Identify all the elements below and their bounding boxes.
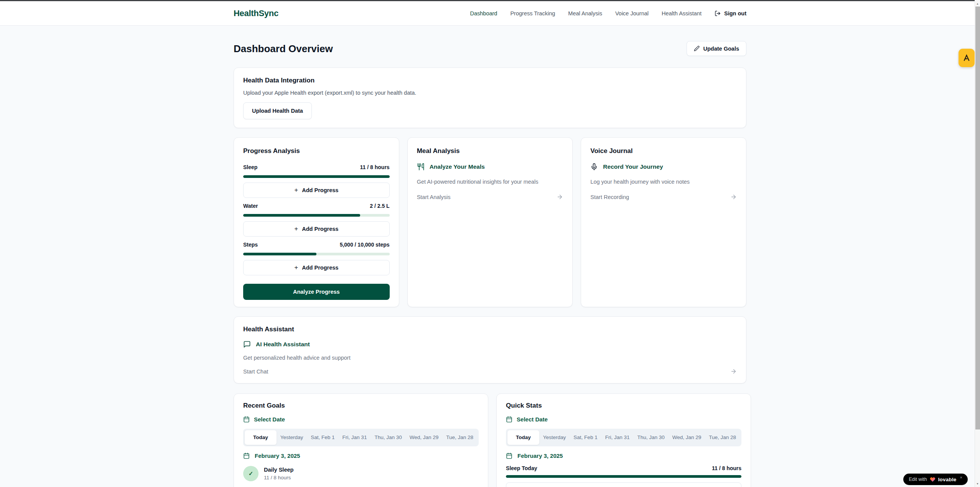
recent-goals-selected-date: February 3, 2025 [243,452,479,459]
selected-date-label: February 3, 2025 [255,452,300,459]
page-scrollbar[interactable]: ▲ ▼ [975,0,980,487]
plus-icon: + [294,186,298,194]
meal-analysis-card: Meal Analysis Analyze Your Meals Get AI-… [407,137,573,307]
date-tab-yesterday[interactable]: Yesterday [539,430,570,445]
date-tab-today[interactable]: Today [507,430,539,445]
start-recording-action[interactable]: Start Recording [590,194,737,200]
date-tab[interactable]: Thu, Jan 30 [371,430,405,445]
date-tab[interactable]: Sat, Feb 1 [570,430,601,445]
quick-stats-selected-date: February 3, 2025 [506,452,741,459]
sleep-add-progress-button[interactable]: + Add Progress [243,183,390,198]
voice-journal-card: Voice Journal Record Your Journey Log yo… [581,137,746,307]
quick-stats-date-tabs: Today Yesterday Sat, Feb 1 Fri, Jan 31 T… [506,429,741,446]
date-tab[interactable]: Wed, Jan 29 [669,430,705,445]
health-assistant-card: Health Assistant AI Health Assistant Get… [234,316,746,383]
meal-analysis-title: Meal Analysis [417,147,563,155]
date-tab[interactable]: Thu, Jan 30 [633,430,668,445]
analyze-your-meals-link[interactable]: Analyze Your Meals [417,163,563,171]
logout-icon [715,10,721,16]
recent-goals-title: Recent Goals [243,401,479,410]
signout-button[interactable]: Sign out [715,10,746,16]
voice-link-label: Record Your Journey [603,163,663,170]
start-analysis-label: Start Analysis [417,194,451,200]
brand-logo: HealthSync [234,8,278,18]
badge-brand: lovable [938,477,957,482]
select-date-label: Select Date [254,416,285,423]
health-data-description: Upload your Apple Health export (export.… [243,89,737,96]
arrow-right-icon [730,194,737,200]
start-chat-action[interactable]: Start Chat [243,368,737,375]
pencil-icon [694,46,700,51]
analyze-progress-button[interactable]: Analyze Progress [243,284,390,300]
calendar-icon [506,416,512,423]
calendar-icon [243,452,250,459]
voice-journal-title: Voice Journal [590,147,737,155]
scrollbar-up-arrow[interactable]: ▲ [975,1,980,6]
record-your-journey-link[interactable]: Record Your Journey [590,163,737,171]
arrow-right-icon [557,194,563,200]
water-add-progress-button[interactable]: + Add Progress [243,221,390,237]
nav-item-dashboard[interactable]: Dashboard [470,10,497,16]
calendar-icon [243,416,250,423]
nav-item-health-assistant[interactable]: Health Assistant [662,10,702,16]
date-tab[interactable]: Tue, Jan 28 [442,430,477,445]
nav-item-voice-journal[interactable]: Voice Journal [615,10,649,16]
nav-item-meal-analysis[interactable]: Meal Analysis [568,10,602,16]
date-tab-yesterday[interactable]: Yesterday [277,430,307,445]
add-progress-label: Add Progress [302,265,338,271]
start-analysis-action[interactable]: Start Analysis [417,194,563,200]
widget-logo-icon [962,54,971,62]
water-value: 2 / 2.5 L [370,202,389,209]
main-nav: Dashboard Progress Tracking Meal Analysi… [470,10,747,16]
date-tab-today[interactable]: Today [245,430,277,445]
start-recording-label: Start Recording [590,194,629,200]
sleep-value: 11 / 8 hours [360,164,390,171]
app-header: HealthSync Dashboard Progress Tracking M… [0,1,980,26]
edit-with-lovable-badge[interactable]: Edit with lovable × [903,474,968,485]
start-chat-label: Start Chat [243,369,268,375]
bottom-cards-row: Recent Goals Select Date Today Yesterday… [234,393,746,487]
progress-analysis-title: Progress Analysis [243,147,390,155]
calendar-icon [506,452,512,459]
page-title: Dashboard Overview [234,42,333,56]
stat-value: 11 / 8 hours [712,465,741,471]
date-tab[interactable]: Sat, Feb 1 [307,430,338,445]
date-tab[interactable]: Fri, Jan 31 [339,430,371,445]
sleep-today-stat: Sleep Today 11 / 8 hours [506,465,741,471]
scrollbar-down-arrow[interactable]: ▼ [975,481,980,486]
feature-cards-row: Progress Analysis Sleep 11 / 8 hours + A… [234,137,746,307]
steps-value: 5,000 / 10,000 steps [340,241,390,248]
sleep-label: Sleep [243,164,257,171]
quick-stats-select-date[interactable]: Select Date [506,416,741,423]
water-metric: Water 2 / 2.5 L + Add Progress [243,202,390,237]
add-progress-label: Add Progress [302,187,338,193]
nav-item-progress-tracking[interactable]: Progress Tracking [510,10,555,16]
recent-goals-select-date[interactable]: Select Date [243,416,479,423]
heart-icon [930,477,936,482]
plus-icon: + [294,264,298,271]
assistant-link-label: AI Health Assistant [256,341,310,348]
water-progress-bar [243,214,390,217]
date-tab[interactable]: Wed, Jan 29 [406,430,443,445]
update-goals-button[interactable]: Update Goals [687,41,746,56]
voice-description: Log your health journey with voice notes [590,178,737,185]
sleep-progress-bar [243,175,390,178]
scrollbar-thumb[interactable] [975,7,980,429]
sleep-today-progress-bar [506,475,741,478]
dashboard-main: Dashboard Overview Update Goals Health D… [234,26,746,487]
stat-label: Sleep Today [506,465,537,471]
date-tab[interactable]: Tue, Jan 28 [705,430,740,445]
meal-description: Get AI-powered nutritional insights for … [417,178,563,185]
steps-add-progress-button[interactable]: + Add Progress [243,260,390,275]
check-circle-icon: ✓ [243,466,259,481]
ai-health-assistant-link[interactable]: AI Health Assistant [243,341,737,348]
feedback-widget-button[interactable] [959,49,975,67]
quick-stats-card: Quick Stats Select Date Today Yesterday … [496,393,751,487]
signout-label: Sign out [724,10,746,16]
meal-link-label: Analyze Your Meals [430,163,485,170]
quick-stats-add-progress-button[interactable]: + Add Progress [506,482,741,487]
upload-health-data-button[interactable]: Upload Health Data [243,102,312,119]
steps-label: Steps [243,241,258,248]
badge-close-icon[interactable]: × [960,475,962,480]
date-tab[interactable]: Fri, Jan 31 [601,430,634,445]
